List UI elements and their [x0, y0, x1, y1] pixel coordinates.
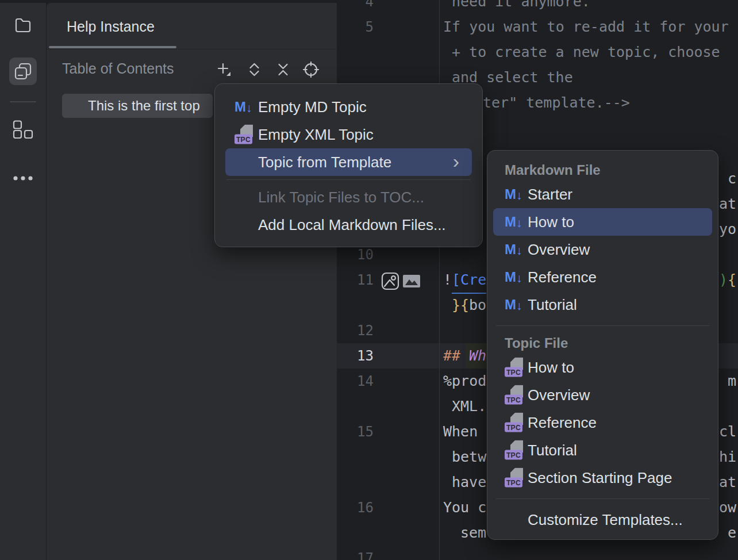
- code-fragment-paren: ): [719, 267, 728, 293]
- menu-item-label: Topic from Template: [258, 154, 391, 171]
- line-number-current: 13: [337, 343, 374, 369]
- menu-divider: [226, 179, 471, 180]
- image-gutter-icon[interactable]: [403, 275, 420, 287]
- line-number: 17: [337, 546, 374, 560]
- more-tools-button[interactable]: [9, 164, 37, 192]
- add-topic-button[interactable]: [214, 59, 235, 80]
- markdown-file-icon: M↓: [505, 186, 522, 202]
- code-line-11: !: [443, 267, 452, 293]
- topic-file-icon: TPC: [505, 413, 524, 433]
- code-line-5-wrap1: + to create a new topic, choose: [452, 40, 720, 65]
- code-line-14: %prod: [443, 369, 486, 394]
- menu-item-link-topic-files: Link Topic Files to TOC...: [225, 183, 472, 211]
- submenu-item-overview-md[interactable]: M↓ Overview: [493, 236, 712, 263]
- crosshair-icon: [303, 62, 319, 78]
- tool-window-bar: [0, 3, 46, 560]
- project-folder-button[interactable]: [9, 11, 37, 39]
- submenu-item-label: Starter: [528, 186, 572, 204]
- submenu-item-starter[interactable]: M↓ Starter: [493, 181, 712, 208]
- app-window: Help Instance Table of Contents: [0, 0, 738, 560]
- code-line-11-wrap-braces: }{: [452, 293, 469, 318]
- line-number: 4: [337, 0, 374, 14]
- submenu-item-label: Section Starting Page: [528, 469, 672, 487]
- menu-item-label: Link Topic Files to TOC...: [258, 189, 424, 206]
- submenu-item-how-to-topic[interactable]: TPC How to: [493, 354, 712, 381]
- code-line-15-wrap2: have: [452, 470, 486, 495]
- topic-file-icon: TPC: [505, 468, 524, 488]
- line-number: 15: [337, 419, 374, 444]
- menu-item-add-local-markdown[interactable]: Add Local Markdown Files...: [225, 211, 472, 239]
- code-fragment: hi: [719, 444, 736, 470]
- toc-header-label: Table of Contents: [62, 60, 174, 77]
- menu-item-empty-xml-topic[interactable]: TPC Empty XML Topic: [225, 121, 472, 148]
- submenu-item-label: Customize Templates...: [528, 511, 683, 529]
- menu-item-label: Empty XML Topic: [258, 126, 374, 144]
- code-line-16-wrap: sem: [460, 520, 486, 546]
- submenu-item-reference-md[interactable]: M↓ Reference: [493, 263, 712, 291]
- tree-item-label: This is the first top: [88, 94, 200, 118]
- submenu-item-tutorial-md[interactable]: M↓ Tutorial: [493, 291, 712, 319]
- code-fragment: m: [728, 369, 736, 394]
- menu-item-label: Add Local Markdown Files...: [258, 216, 446, 234]
- sidebar-divider: [10, 101, 36, 102]
- submenu-arrow-icon: ›: [453, 150, 459, 172]
- submenu-item-reference-topic[interactable]: TPC Reference: [493, 409, 712, 436]
- topic-file-icon: TPC: [505, 358, 524, 378]
- submenu-section-header: Markdown File: [487, 160, 718, 181]
- menu-item-empty-md-topic[interactable]: M↓ Empty MD Topic: [225, 93, 472, 121]
- locate-file-button[interactable]: [301, 59, 321, 80]
- documentation-tool-button[interactable]: [9, 57, 37, 85]
- code-fragment-brace: {: [728, 267, 736, 293]
- topic-file-icon: TPC: [235, 125, 254, 145]
- line-number: 14: [337, 369, 374, 394]
- topic-file-icon: TPC: [505, 385, 524, 405]
- markdown-file-icon: M↓: [505, 214, 522, 230]
- submenu-item-label: Overview: [528, 386, 590, 404]
- code-line-14-wrap: XML.: [452, 394, 486, 419]
- expand-all-button[interactable]: [244, 59, 264, 80]
- code-fragment: cl: [719, 419, 736, 444]
- code-line-13-marker: ##: [443, 343, 460, 369]
- structure-icon: [13, 120, 33, 139]
- code-line-16: You c: [443, 495, 486, 520]
- submenu-divider: [496, 498, 709, 499]
- submenu-item-customize-templates[interactable]: Customize Templates...: [493, 506, 712, 534]
- submenu-item-overview-topic[interactable]: TPC Overview: [493, 381, 712, 409]
- submenu-item-label: Reference: [528, 414, 597, 432]
- code-line-5-wrap3: ter" template.-->: [483, 90, 630, 116]
- active-tab-indicator: [49, 46, 176, 48]
- submenu-item-how-to-md[interactable]: M↓ How to: [493, 208, 712, 236]
- submenu-item-label: Tutorial: [528, 296, 577, 314]
- topic-template-submenu: Markdown File M↓ Starter M↓ How to M↓ Ov…: [487, 150, 718, 540]
- add-topic-context-menu: M↓ Empty MD Topic TPC Empty XML Topic To…: [214, 83, 483, 247]
- panel-header-divider: [47, 49, 337, 49]
- panel-title[interactable]: Help Instance: [67, 18, 155, 35]
- topic-file-icon: TPC: [505, 440, 524, 461]
- image-preview-gutter-icon[interactable]: [380, 271, 400, 291]
- submenu-item-section-starting-page[interactable]: TPC Section Starting Page: [493, 464, 712, 492]
- submenu-item-tutorial-topic[interactable]: TPC Tutorial: [493, 436, 712, 464]
- expand-all-icon: [248, 63, 261, 76]
- code-line-15: When: [443, 419, 478, 444]
- collapse-all-button[interactable]: [272, 59, 293, 80]
- code-fragment: c: [728, 166, 736, 191]
- submenu-item-label: How to: [528, 359, 574, 377]
- more-icon: [13, 175, 33, 181]
- code-line-5: If you want to re-add it for your: [443, 14, 729, 40]
- menu-item-topic-from-template[interactable]: Topic from Template ›: [225, 148, 472, 176]
- code-line-15-wrap1: betw: [452, 444, 486, 470]
- code-fragment: at: [719, 191, 736, 217]
- structure-tool-button[interactable]: [9, 116, 37, 143]
- code-line-11-link: [Cre: [452, 267, 486, 294]
- code-fragment: at: [719, 470, 736, 495]
- submenu-item-label: How to: [528, 213, 574, 231]
- collapse-all-icon: [276, 63, 290, 76]
- markdown-file-icon: M↓: [505, 297, 522, 313]
- line-number: 5: [337, 14, 374, 40]
- line-number: 16: [337, 495, 374, 520]
- code-fragment: yo: [719, 217, 736, 242]
- plus-dropdown-icon: [217, 62, 232, 77]
- toc-tree-item-selected[interactable]: This is the first top: [62, 94, 213, 118]
- code-fragment: ow: [719, 495, 736, 520]
- line-number: 11: [337, 267, 374, 293]
